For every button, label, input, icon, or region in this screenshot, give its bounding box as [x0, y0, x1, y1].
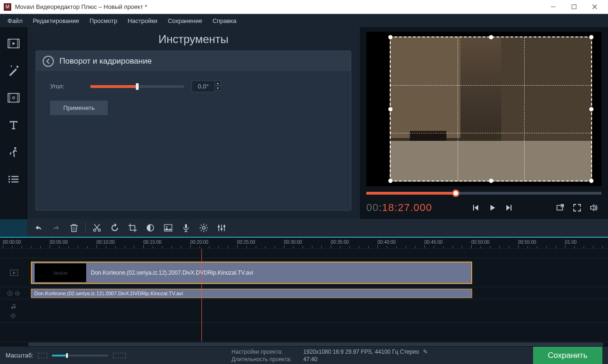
timeline-scrollbar[interactable]: [0, 342, 608, 346]
redo-button[interactable]: [48, 221, 65, 235]
menu-edit[interactable]: Редактирование: [28, 15, 84, 26]
maximize-button[interactable]: [565, 0, 584, 14]
svg-rect-25: [221, 228, 222, 230]
svg-rect-15: [11, 182, 18, 182]
ruler-label: 00:00:00: [3, 240, 21, 245]
window-title: Movavi Видеоредактор Плюс – Новый проект…: [15, 3, 147, 10]
detach-icon[interactable]: [553, 201, 568, 214]
svg-rect-13: [11, 179, 18, 180]
svg-point-17: [94, 229, 96, 232]
ruler-label: 00:30:00: [284, 240, 302, 245]
angle-value[interactable]: 0,0°: [192, 80, 215, 92]
svg-rect-26: [223, 226, 225, 227]
gear-button[interactable]: [195, 221, 212, 235]
preview-panel: 00:18:27.000: [360, 27, 608, 219]
tools-panel: Инструменты Поворот и кадрирование Угол:…: [27, 27, 360, 219]
timeline: 00:00:0000:05:0000:10:0000:15:0000:20:00…: [0, 237, 608, 346]
zoom-label: Масштаб:: [6, 352, 33, 359]
svg-rect-7: [17, 94, 19, 102]
image-button[interactable]: [160, 221, 177, 235]
angle-slider[interactable]: [90, 85, 184, 88]
delete-button[interactable]: [66, 221, 82, 235]
equalizer-button[interactable]: [213, 221, 230, 235]
fullscreen-icon[interactable]: [570, 201, 585, 214]
svg-point-14: [8, 181, 10, 183]
menu-save[interactable]: Сохранение: [163, 15, 207, 26]
music-track-icon[interactable]: [0, 299, 28, 323]
duration-value: 47:40: [304, 356, 318, 363]
apply-button[interactable]: Применить: [50, 101, 108, 115]
video-track-icon[interactable]: [0, 258, 28, 287]
save-button[interactable]: Сохранить: [533, 347, 602, 364]
svg-point-10: [8, 175, 10, 177]
titlebar: M Movavi Видеоредактор Плюс – Новый прое…: [0, 0, 608, 14]
undo-button[interactable]: [30, 221, 47, 235]
svg-rect-24: [218, 226, 220, 227]
ruler-label: 00:15:00: [143, 240, 162, 245]
back-button[interactable]: [43, 56, 54, 67]
crop-button[interactable]: [124, 221, 141, 235]
next-button[interactable]: [502, 201, 517, 214]
project-settings-label: Настройки проекта:: [231, 349, 302, 355]
project-settings-value: 1920x1080 16:9 29.97 FPS, 44100 Гц Стере…: [304, 349, 419, 355]
ruler-label: 00:55:00: [518, 240, 536, 245]
angle-step-up[interactable]: ▲: [215, 80, 221, 86]
preview-canvas[interactable]: [366, 32, 601, 186]
seek-bar[interactable]: [366, 192, 601, 195]
angle-step-down[interactable]: ▼: [215, 86, 221, 91]
menu-help[interactable]: Справка: [208, 15, 241, 26]
mic-button[interactable]: [178, 221, 194, 235]
cut-button[interactable]: [89, 221, 105, 235]
timeline-ruler[interactable]: 00:00:0000:05:0000:10:0000:15:0000:20:00…: [0, 238, 608, 249]
close-button[interactable]: [586, 0, 604, 14]
sidebar: [0, 27, 27, 219]
prev-button[interactable]: [468, 201, 483, 214]
sidebar-more-icon[interactable]: [4, 169, 23, 189]
zoom-slider[interactable]: [52, 355, 108, 357]
ruler-label: 00:35:00: [331, 240, 349, 245]
svg-rect-1: [572, 5, 576, 9]
app-icon: M: [4, 3, 11, 11]
zoom-out-icon[interactable]: [38, 353, 47, 358]
ruler-label: 00:45:00: [424, 240, 443, 245]
ruler-label: 00:40:00: [378, 240, 396, 245]
video-track[interactable]: taodue Don.Korleone.(02.seriya.iz.12).20…: [28, 258, 608, 287]
menubar: Файл Редактирование Просмотр Настройки С…: [0, 14, 608, 27]
minimize-button[interactable]: [544, 0, 563, 14]
play-button[interactable]: [485, 201, 500, 214]
color-button[interactable]: [142, 221, 159, 235]
menu-view[interactable]: Просмотр: [85, 15, 122, 26]
video-clip[interactable]: taodue Don.Korleone.(02.seriya.iz.12).20…: [31, 262, 472, 284]
ruler-label: 00:05:00: [50, 240, 68, 245]
svg-point-9: [14, 147, 16, 150]
sidebar-transitions-icon[interactable]: [4, 88, 23, 108]
ruler-label: 00:20:00: [190, 240, 208, 245]
audio-track-icon[interactable]: [0, 287, 28, 299]
sidebar-motion-icon[interactable]: [4, 142, 23, 162]
crop-frame[interactable]: [390, 36, 592, 182]
video-clip-name: Don.Korleone.(02.seriya.iz.12).2007.DivX…: [91, 269, 253, 276]
audio-track[interactable]: Don.Korleone.(02.seriya.iz.12).2007.DivX…: [28, 287, 608, 299]
music-track[interactable]: [28, 299, 608, 323]
svg-rect-11: [11, 176, 18, 177]
svg-point-29: [9, 292, 11, 294]
volume-icon[interactable]: [586, 201, 601, 214]
svg-point-8: [12, 97, 15, 99]
ruler-label: 00:25:00: [237, 240, 255, 245]
sidebar-media-icon[interactable]: [4, 34, 23, 53]
svg-point-18: [98, 229, 101, 232]
edit-settings-icon[interactable]: ✎: [423, 349, 428, 355]
timeline-tracks: taodue Don.Korleone.(02.seriya.iz.12).20…: [0, 249, 608, 342]
menu-file[interactable]: Файл: [3, 15, 27, 26]
audio-clip-name: Don.Korleone.(02.seriya.iz.12).2007.DivX…: [34, 291, 183, 296]
playhead[interactable]: [201, 249, 202, 342]
svg-rect-4: [17, 39, 19, 48]
angle-label: Угол:: [50, 83, 83, 90]
rotate-button[interactable]: [106, 221, 123, 235]
svg-point-21: [166, 226, 168, 228]
zoom-in-icon[interactable]: [113, 353, 126, 358]
audio-clip[interactable]: Don.Korleone.(02.seriya.iz.12).2007.DivX…: [31, 289, 472, 298]
menu-settings[interactable]: Настройки: [123, 15, 162, 26]
sidebar-magic-icon[interactable]: [4, 61, 23, 80]
sidebar-text-icon[interactable]: [4, 115, 23, 135]
